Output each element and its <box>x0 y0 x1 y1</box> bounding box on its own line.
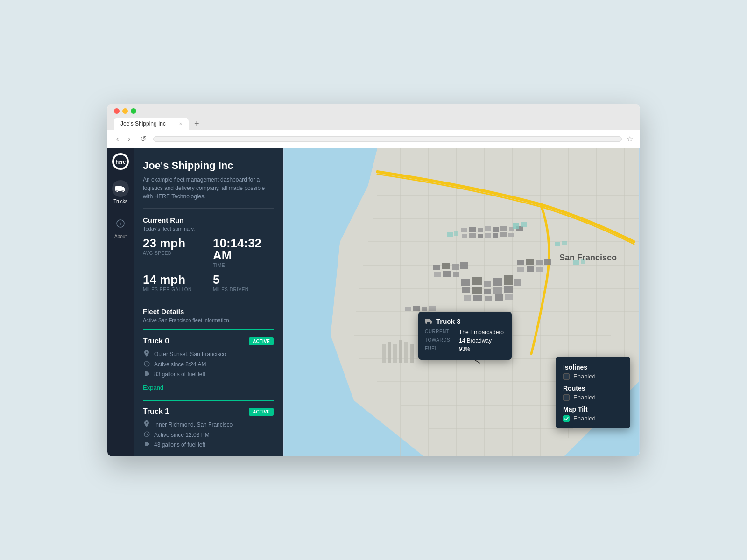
svg-rect-81 <box>500 232 507 237</box>
minimize-button[interactable] <box>122 108 128 114</box>
map-container[interactable]: San Francisco Truck 3 CURRENT The Embarc… <box>283 148 640 456</box>
popup-current-label: CURRENT <box>425 329 458 336</box>
here-logo[interactable]: here <box>107 148 134 175</box>
svg-point-4 <box>122 190 124 192</box>
sidebar: Joe's Shipping Inc An example fleet mana… <box>134 148 283 456</box>
svg-rect-70 <box>478 228 483 232</box>
truck-1-location-row: Inner Richmond, San Francisco <box>143 420 274 429</box>
isolines-checkbox[interactable] <box>563 373 570 380</box>
svg-rect-41 <box>472 287 482 294</box>
svg-rect-88 <box>410 344 414 363</box>
svg-rect-39 <box>514 279 521 286</box>
back-button[interactable]: ‹ <box>114 134 121 144</box>
svg-rect-94 <box>562 241 567 245</box>
routes-row: Enabled <box>563 394 623 401</box>
new-tab-button[interactable]: + <box>190 118 203 130</box>
svg-rect-87 <box>404 342 408 363</box>
svg-rect-93 <box>555 242 560 246</box>
svg-rect-80 <box>493 233 498 238</box>
svg-rect-100 <box>425 319 430 322</box>
routes-label: Enabled <box>573 394 596 401</box>
svg-point-101 <box>425 322 427 324</box>
mpg-value: 14 mph <box>143 273 204 286</box>
about-icon: i <box>112 215 129 232</box>
company-name: Joe's Shipping Inc <box>143 160 274 172</box>
svg-rect-68 <box>461 228 467 232</box>
maximize-button[interactable] <box>131 108 136 114</box>
svg-rect-58 <box>413 306 420 311</box>
svg-rect-69 <box>469 227 476 232</box>
truck-1-header: Truck 1 ACTIVE <box>143 407 274 416</box>
app-container: here Trucks <box>107 148 640 456</box>
current-run-section: Current Run Today's fleet summary. 23 mp… <box>134 209 283 300</box>
svg-text:San Francisco: San Francisco <box>559 253 617 262</box>
map-tilt-row: Enabled <box>563 415 623 422</box>
location-icon-1 <box>143 420 150 429</box>
close-button[interactable] <box>114 108 120 114</box>
sidebar-item-trucks[interactable]: Trucks <box>107 175 134 210</box>
svg-rect-53 <box>460 262 468 269</box>
svg-rect-37 <box>493 278 502 286</box>
svg-text:i: i <box>120 221 121 226</box>
sidebar-item-about[interactable]: i About <box>107 210 134 245</box>
map-tilt-checkbox[interactable] <box>563 415 570 422</box>
svg-rect-38 <box>504 275 513 285</box>
routes-setting: Routes Enabled <box>563 385 623 401</box>
truck-1-active-since: Active since 12:03 PM <box>154 432 210 438</box>
svg-rect-52 <box>452 264 459 270</box>
forward-button[interactable]: › <box>126 134 133 144</box>
svg-rect-64 <box>544 259 551 265</box>
miles-driven-value: 5 <box>213 273 274 286</box>
truck-0-name: Truck 0 <box>143 337 169 345</box>
svg-rect-54 <box>434 272 441 277</box>
svg-rect-67 <box>536 267 543 272</box>
svg-rect-61 <box>517 260 524 265</box>
avg-speed-stat: 23 mph AVG SPEED <box>143 237 204 268</box>
svg-rect-83 <box>382 344 386 363</box>
miles-driven-label: MILES DRIVEN <box>213 287 274 292</box>
svg-point-102 <box>430 322 432 324</box>
mpg-stat: 14 mph MILES PER GALLON <box>143 273 204 292</box>
routes-checkbox[interactable] <box>563 394 570 401</box>
svg-rect-8 <box>145 371 148 376</box>
truck-0-fuel: 83 gallons of fuel left <box>154 371 205 378</box>
truck-1-time-row: Active since 12:03 PM <box>143 431 274 439</box>
svg-rect-78 <box>478 234 483 238</box>
svg-rect-90 <box>521 222 527 227</box>
isolines-setting: Isolines Enabled <box>563 364 623 380</box>
svg-rect-42 <box>484 289 491 294</box>
routes-title: Routes <box>563 385 623 392</box>
map-tilt-label: Enabled <box>573 415 596 422</box>
here-logo-mark: here <box>112 153 129 170</box>
isolines-title: Isolines <box>563 364 623 371</box>
svg-rect-59 <box>422 307 427 311</box>
truck-1-fuel: 43 gallons of fuel left <box>154 441 205 448</box>
svg-rect-49 <box>505 294 513 300</box>
browser-window: Joe's Shipping Inc × + ‹ › ↺ ☆ here <box>107 104 640 456</box>
svg-rect-44 <box>504 286 513 293</box>
svg-rect-91 <box>447 232 453 237</box>
popup-towards-label: TOWARDS <box>425 337 458 344</box>
address-bar[interactable] <box>153 136 622 142</box>
settings-panel: Isolines Enabled Routes Enabled <box>556 357 630 428</box>
trucks-label: Trucks <box>113 199 127 204</box>
isolines-label: Enabled <box>573 373 596 380</box>
popup-towards-row: TOWARDS 14 Broadway <box>425 337 505 344</box>
svg-rect-71 <box>485 226 491 231</box>
truck-1-expand[interactable]: Expand <box>143 455 163 456</box>
svg-rect-50 <box>433 265 440 270</box>
tab-close-button[interactable]: × <box>179 121 182 126</box>
browser-tab[interactable]: Joe's Shipping Inc × <box>114 118 189 130</box>
bookmark-button[interactable]: ☆ <box>627 134 633 143</box>
truck-popup[interactable]: Truck 3 CURRENT The Embarcadero TOWARDS … <box>418 312 512 360</box>
refresh-button[interactable]: ↺ <box>138 133 148 144</box>
svg-rect-66 <box>527 266 534 272</box>
svg-rect-84 <box>388 342 391 363</box>
popup-fuel-value: 93% <box>459 346 505 352</box>
svg-point-3 <box>116 190 118 192</box>
company-description: An example fleet management dashboard fo… <box>143 175 274 201</box>
svg-rect-35 <box>472 277 482 285</box>
svg-rect-2 <box>115 186 122 191</box>
sidebar-header: Joe's Shipping Inc An example fleet mana… <box>134 148 283 208</box>
truck-0-expand[interactable]: Expand <box>143 384 163 391</box>
